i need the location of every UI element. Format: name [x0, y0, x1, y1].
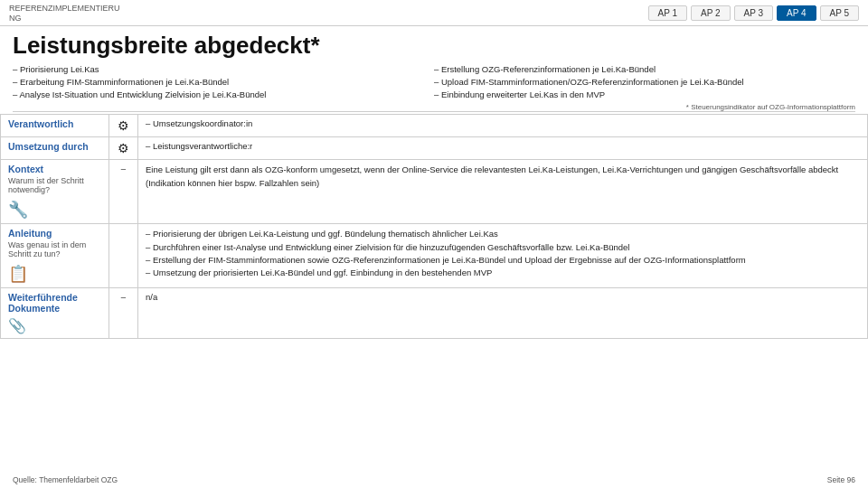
- anleitung-bullet-1: Priorisierung der übrigen Lei.Ka-Leistun…: [146, 228, 860, 240]
- anleitung-bullet-2: Durchführen einer Ist-Analyse und Entwic…: [146, 241, 860, 254]
- kontext-text: Eine Leistung gilt erst dann als OZG-kon…: [146, 164, 860, 190]
- page: REFERENZIMPLEMENTIERU NG AP 1 AP 2 AP 3 …: [0, 0, 868, 488]
- anleitung-icon: 📋: [8, 264, 101, 284]
- ap-tab-3[interactable]: AP 3: [734, 5, 774, 21]
- footer-page: Seite 96: [827, 475, 855, 484]
- anleitung-label-cell: Anleitung Was genau ist in dem Schritt z…: [1, 224, 109, 288]
- umsetzung-icon-cell: ⚙: [109, 137, 138, 160]
- divider: [13, 111, 855, 112]
- top-title: REFERENZIMPLEMENTIERU NG: [9, 4, 120, 23]
- anleitung-content: Priorisierung der übrigen Lei.Ka-Leistun…: [138, 224, 868, 288]
- verantwortlich-label: Verantwortlich: [8, 118, 101, 129]
- bullets-right: Erstellung OZG-Referenzinformationen je …: [434, 63, 855, 102]
- kontext-content: Eine Leistung gilt erst dann als OZG-kon…: [138, 160, 868, 224]
- bullet-right-1: Erstellung OZG-Referenzinformationen je …: [434, 63, 855, 76]
- gear-icon-verantwortlich: ⚙: [118, 118, 129, 133]
- bullet-right-3: Einbindung erweiterter Lei.Kas in den MV…: [434, 89, 855, 101]
- ap-tab-5[interactable]: AP 5: [820, 5, 860, 21]
- anleitung-label: Anleitung: [8, 228, 101, 239]
- ap-tabs: AP 1 AP 2 AP 3 AP 4 AP 5: [648, 5, 860, 21]
- bullet-section: Priorisierung Lei.Kas Erarbeitung FIM-St…: [0, 63, 868, 106]
- kontext-label: Kontext: [8, 164, 101, 174]
- top-bar: REFERENZIMPLEMENTIERU NG AP 1 AP 2 AP 3 …: [0, 0, 868, 26]
- kontext-sublabel: Warum ist der Schritt notwendig?: [8, 176, 101, 194]
- info-table: Verantwortlich ⚙ – Umsetzungskoordinator…: [0, 114, 868, 339]
- weiterfuehrende-dash-cell: –: [109, 288, 138, 339]
- bullet-left-1: Priorisierung Lei.Kas: [13, 63, 434, 76]
- kontext-row: Kontext Warum ist der Schritt notwendig?…: [1, 160, 868, 224]
- weiterfuehrende-icon: 📎: [8, 317, 101, 334]
- anleitung-row: Anleitung Was genau ist in dem Schritt z…: [1, 224, 868, 288]
- footer-source: Quelle: Themenfeldarbeit OZG: [13, 475, 118, 484]
- bullet-right-2: Upload FIM-Stamminformationen/OZG-Refere…: [434, 76, 855, 89]
- verantwortlich-content: – Umsetzungskoordinator:in: [138, 115, 868, 137]
- main-heading: Leistungsbreite abgedeckt*: [0, 26, 868, 63]
- title-line2: NG: [9, 14, 22, 23]
- weiterfuehrende-content: n/a: [138, 288, 868, 339]
- ap-tab-1[interactable]: AP 1: [648, 5, 688, 21]
- ap-tab-4[interactable]: AP 4: [777, 5, 816, 21]
- ap-tab-2[interactable]: AP 2: [691, 5, 731, 21]
- umsetzung-row: Umsetzung durch ⚙ – Leistungsverantwortl…: [1, 137, 868, 160]
- anleitung-bullet-3: Erstellung der FIM-Stamminformationen so…: [146, 254, 860, 267]
- bullets-left: Priorisierung Lei.Kas Erarbeitung FIM-St…: [13, 63, 434, 102]
- verantwortlich-icon-cell: ⚙: [109, 115, 138, 137]
- umsetzung-label-cell: Umsetzung durch: [1, 137, 109, 160]
- footer: Quelle: Themenfeldarbeit OZG Seite 96: [13, 475, 855, 484]
- kontext-icon: 🔧: [8, 200, 101, 220]
- verantwortlich-row: Verantwortlich ⚙ – Umsetzungskoordinator…: [1, 115, 868, 137]
- weiterfuehrende-row: Weiterführende Dokumente 📎 – n/a: [1, 288, 868, 339]
- title-line1: REFERENZIMPLEMENTIERU: [9, 4, 120, 13]
- kontext-label-cell: Kontext Warum ist der Schritt notwendig?…: [1, 160, 109, 224]
- weiterfuehrende-label-cell: Weiterführende Dokumente 📎: [1, 288, 109, 339]
- anleitung-bullet-4: Umsetzung der priorisierten Lei.Ka-Bünde…: [146, 267, 860, 279]
- verantwortlich-label-cell: Verantwortlich: [1, 115, 109, 137]
- bullet-left-2: Erarbeitung FIM-Stamminformationen je Le…: [13, 76, 434, 89]
- weiterfuehrende-label: Weiterführende Dokumente: [8, 292, 101, 314]
- kontext-dash-cell: –: [109, 160, 138, 224]
- anleitung-sublabel: Was genau ist in dem Schritt zu tun?: [8, 240, 101, 258]
- footnote: * Steuerungsindikator auf OZG-Informatio…: [0, 103, 868, 111]
- gear-icon-umsetzung: ⚙: [118, 141, 129, 155]
- bullet-left-3: Analyse Ist-Situation und Entwicklung Zi…: [13, 89, 434, 101]
- umsetzung-content: – Leistungsverantwortliche:r: [138, 137, 868, 160]
- anleitung-dash-cell: [109, 224, 138, 288]
- umsetzung-label: Umsetzung durch: [8, 141, 101, 152]
